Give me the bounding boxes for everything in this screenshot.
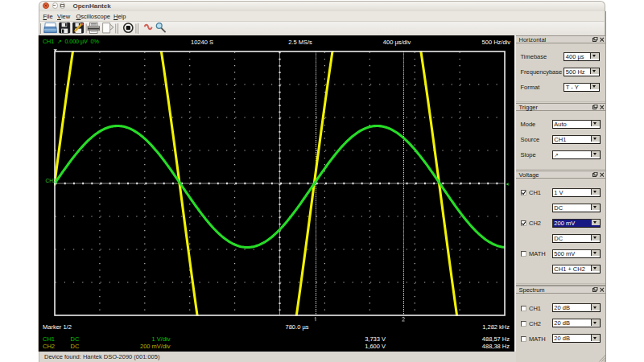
svg-text:CH2: CH2 xyxy=(46,178,56,183)
